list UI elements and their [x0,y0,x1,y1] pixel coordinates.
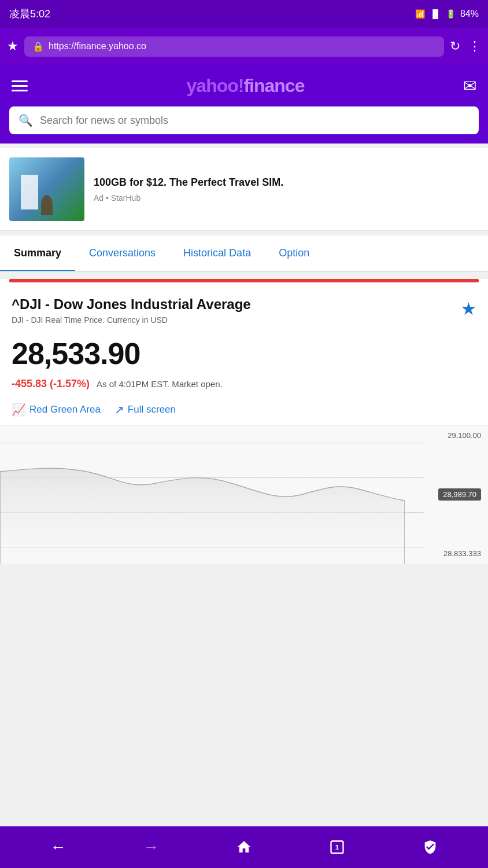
nav-tabs-button[interactable]: 1 [329,839,345,855]
battery-icon: 🔋 [446,9,456,19]
tab-summary[interactable]: Summary [0,236,75,271]
fullscreen-button[interactable]: ↗ Full screen [114,403,176,417]
ad-image [9,157,84,221]
fullscreen-icon: ↗ [114,403,124,417]
price-change: -455.83 (-1.57%) [12,378,90,390]
mail-icon[interactable]: ✉ [463,76,476,95]
yf-logo: yahoo!finance [187,75,305,97]
chart-label-bottom: 28,833.333 [438,549,481,558]
more-options-icon[interactable]: ⋮ [468,39,481,54]
ad-source: Ad • StarHub [94,193,283,203]
chart-svg [0,425,405,564]
nav-shield-button[interactable] [422,839,438,855]
search-icon: 🔍 [19,113,33,127]
wifi-icon: 📶 [415,9,425,19]
tab-historical-data[interactable]: Historical Data [169,236,265,271]
reload-icon[interactable]: ↻ [450,39,460,54]
chart-area: 29,100.00 28,989.70 28,833.333 [0,425,488,564]
url-text: https://finance.yahoo.co [49,41,146,52]
search-bar-container: 🔍 [0,106,488,144]
ad-title: 100GB for $12. The Perfect Travel SIM. [94,176,283,189]
status-bar: 凌晨5:02 📶 ▐▌ 🔋 84% [0,0,488,28]
nav-spacer [0,564,488,610]
svg-text:1: 1 [335,843,339,851]
price-time: As of 4:01PM EST. Market open. [97,379,223,389]
chart-labels: 29,100.00 28,989.70 28,833.333 [438,425,481,564]
bookmark-icon[interactable]: ★ [7,39,19,54]
status-icons: 📶 ▐▌ 🔋 84% [415,9,479,19]
red-green-area-button[interactable]: 📈 Red Green Area [12,403,101,417]
chart-label-top: 29,100.00 [438,431,481,440]
watchlist-star-button[interactable]: ★ [461,299,476,319]
accent-line [9,279,479,282]
stock-name: ^DJI - Dow Jones Industrial Average [12,296,251,313]
browser-actions: ↻ ⋮ [450,39,481,54]
search-input[interactable] [40,115,469,127]
search-wrapper[interactable]: 🔍 [9,106,479,134]
tab-bar: Summary Conversations Historical Data Op… [0,236,488,272]
yf-header: yahoo!finance ✉ [0,65,488,106]
signal-icon: ▐▌ [430,9,441,19]
status-time: 凌晨5:02 [9,7,50,21]
stock-change: -455.83 (-1.57%) As of 4:01PM EST. Marke… [0,376,488,395]
tab-option[interactable]: Option [265,236,323,271]
chart-label-middle: 28,989.70 [438,488,481,501]
nav-back-button[interactable]: ← [50,838,66,856]
chart-type-icon: 📈 [12,403,26,417]
ad-content: 100GB for $12. The Perfect Travel SIM. A… [94,176,283,202]
stock-subtitle: DJI - DJI Real Time Price. Currency in U… [12,315,251,325]
main-content: ^DJI - Dow Jones Industrial Average DJI … [0,279,488,564]
stock-header: ^DJI - Dow Jones Industrial Average DJI … [0,289,488,332]
lock-icon: 🔒 [32,41,44,52]
browser-bar: ★ 🔒 https://finance.yahoo.co ↻ ⋮ [0,28,488,65]
nav-forward-button[interactable]: → [143,838,159,856]
chart-buttons: 📈 Red Green Area ↗ Full screen [0,395,488,425]
nav-home-button[interactable] [236,839,252,855]
stock-info: ^DJI - Dow Jones Industrial Average DJI … [12,296,251,325]
battery-level: 84% [460,9,479,19]
stock-price: 28,533.90 [0,332,488,376]
nav-bar: ← → 1 [0,826,488,868]
url-bar[interactable]: 🔒 https://finance.yahoo.co [24,36,444,57]
tab-conversations[interactable]: Conversations [75,236,169,271]
hamburger-menu[interactable] [12,80,28,91]
ad-banner[interactable]: 100GB for $12. The Perfect Travel SIM. A… [0,148,488,231]
